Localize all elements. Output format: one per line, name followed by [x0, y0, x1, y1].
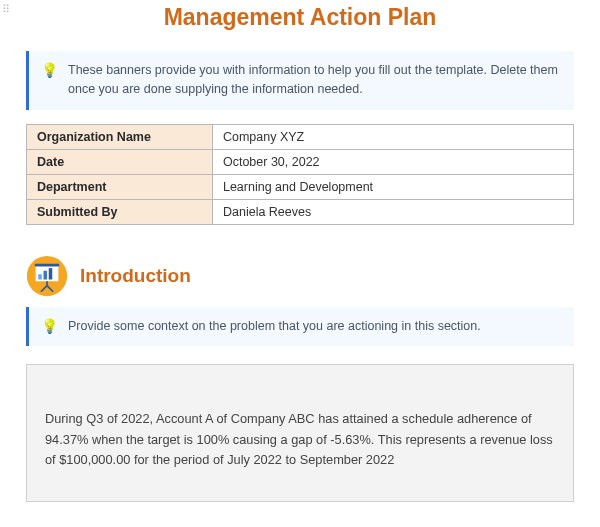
info-banner-top[interactable]: 💡 These banners provide you with informa… [26, 51, 574, 110]
drag-handle-icon[interactable]: ⠿ [2, 6, 11, 13]
table-label: Organization Name [27, 124, 213, 149]
svg-rect-4 [44, 271, 48, 280]
context-text-box[interactable]: During Q3 of 2022, Account A of Company … [26, 364, 574, 501]
svg-rect-2 [35, 264, 60, 267]
table-row[interactable]: Submitted By Daniela Reeves [27, 199, 574, 224]
table-label: Date [27, 149, 213, 174]
table-row[interactable]: Date October 30, 2022 [27, 149, 574, 174]
lightbulb-icon: 💡 [41, 61, 58, 81]
info-banner-text: Provide some context on the problem that… [68, 317, 481, 336]
context-body: During Q3 of 2022, Account A of Company … [45, 411, 553, 467]
table-value[interactable]: Company XYZ [212, 124, 573, 149]
table-row[interactable]: Organization Name Company XYZ [27, 124, 574, 149]
table-row[interactable]: Department Learning and Development [27, 174, 574, 199]
svg-rect-5 [49, 268, 53, 279]
table-value[interactable]: Learning and Development [212, 174, 573, 199]
info-banner-text: These banners provide you with informati… [68, 61, 558, 100]
section-header: Introduction [26, 255, 574, 297]
table-label: Submitted By [27, 199, 213, 224]
presentation-icon [26, 255, 68, 297]
table-value[interactable]: Daniela Reeves [212, 199, 573, 224]
info-banner-section[interactable]: 💡 Provide some context on the problem th… [26, 307, 574, 347]
section-title: Introduction [80, 265, 191, 287]
info-table: Organization Name Company XYZ Date Octob… [26, 124, 574, 225]
table-value[interactable]: October 30, 2022 [212, 149, 573, 174]
page-title: Management Action Plan [26, 0, 574, 43]
svg-rect-3 [38, 274, 42, 279]
lightbulb-icon: 💡 [41, 317, 58, 337]
table-label: Department [27, 174, 213, 199]
document-page: Management Action Plan 💡 These banners p… [0, 0, 600, 522]
